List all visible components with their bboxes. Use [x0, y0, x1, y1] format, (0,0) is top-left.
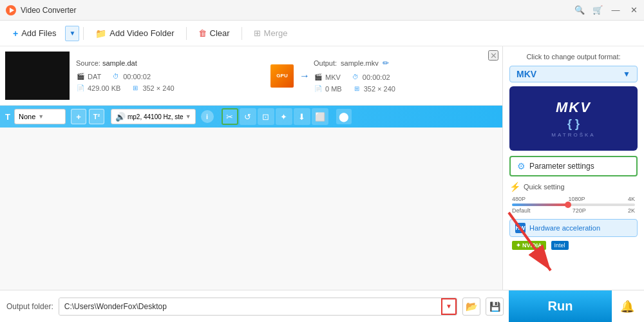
add-files-button[interactable]: + Add Files — [5, 24, 64, 43]
audio-select[interactable]: 🔊 mp2, 44100 Hz, ste ▼ — [111, 109, 196, 124]
right-arrow-icon: → — [299, 70, 310, 82]
watermark-button[interactable]: ⬇ — [294, 108, 310, 125]
hw-acceleration-button[interactable]: HW Hardware acceleration — [509, 219, 638, 237]
edit-filename-icon[interactable]: ✏ — [383, 59, 389, 68]
source-filename: sample.dat — [102, 59, 137, 67]
minimize-button[interactable]: — — [611, 5, 621, 15]
more-settings-button[interactable]: ⬤ — [336, 109, 352, 124]
quality-label-default: Default — [512, 207, 531, 214]
add-subtitle-button[interactable]: + — [71, 109, 86, 124]
quick-setting-text: Quick setting — [524, 183, 565, 191]
main-wrapper: Source: sample.dat 🎬 DAT ⏱ 00:00:02 — [0, 46, 644, 290]
res-icon: ⊞ — [131, 84, 140, 93]
file-info: Source: sample.dat 🎬 DAT ⏱ 00:00:02 — [76, 52, 260, 100]
output-filename: sample.mkv — [341, 59, 379, 67]
cart-icon[interactable]: 🛒 — [592, 5, 603, 15]
output-header: Output: sample.mkv ✏ — [314, 59, 497, 68]
edit-toolbar: T None ▼ + T² 🔊 mp2, 44100 Hz, ste ▼ i ✂… — [0, 106, 502, 128]
output-resolution: ⊞ 352 × 240 — [352, 84, 395, 93]
mkv-logo: MKV { } MATROŠKA — [551, 99, 595, 138]
file-thumbnail — [5, 52, 70, 100]
trim-button[interactable]: ✂ — [222, 108, 238, 125]
subtitle-icon: T — [5, 112, 10, 122]
info-button[interactable]: i — [201, 110, 214, 123]
merge-label: Merge — [264, 28, 288, 38]
conversion-arrow: GPU → — [260, 52, 305, 100]
output-format: 🎬 MKV — [314, 73, 341, 82]
param-settings-label: Parameter settings — [529, 162, 594, 171]
output-path-dropdown-button[interactable]: ▼ — [441, 298, 457, 315]
subtitle-edit-button[interactable]: ⬜ — [312, 108, 328, 125]
file-icon: 📄 — [76, 84, 85, 93]
hw-accel-label: Hardware acceleration — [529, 224, 600, 232]
trash-icon: 🗑 — [198, 28, 207, 38]
search-icon[interactable]: 🔍 — [574, 5, 585, 15]
right-panel: Click to change output format: MKV ▼ MKV… — [502, 46, 644, 290]
clear-button[interactable]: 🗑 Clear — [191, 24, 238, 43]
output-format-icon: 🎬 — [314, 73, 323, 82]
source-duration: ⏱ 00:00:02 — [111, 72, 151, 81]
file-output: Output: sample.mkv ✏ 🎬 MKV ⏱ 00:00:02 — [314, 52, 497, 100]
file-area: Source: sample.dat 🎬 DAT ⏱ 00:00:02 — [0, 46, 502, 290]
effect-button[interactable]: ✦ — [276, 108, 292, 125]
remove-file-button[interactable]: ✕ — [488, 50, 498, 61]
merge-icon: ⊞ — [254, 28, 261, 38]
nvidia-label: NVIDIA — [522, 242, 542, 249]
quality-slider-area: 480P 1080P 4K Default 720P 2K — [509, 196, 638, 214]
rotate-button[interactable]: ↺ — [240, 108, 256, 125]
hw-icon: HW — [515, 223, 526, 233]
browse-folder-button[interactable]: 📂 — [462, 298, 480, 316]
merge-button[interactable]: ⊞ Merge — [246, 24, 296, 43]
add-files-label: Add Files — [21, 28, 56, 38]
clear-label: Clear — [210, 28, 230, 38]
main-content: Source: sample.dat 🎬 DAT ⏱ 00:00:02 — [0, 46, 644, 290]
param-settings-button[interactable]: ⚙ Parameter settings — [509, 156, 638, 176]
audio-icon: 🔊 — [115, 112, 126, 122]
intel-label: Intel — [554, 242, 565, 249]
output-file-icon: 📄 — [314, 84, 323, 93]
gpu-indicator: GPU — [270, 64, 294, 88]
add-files-dropdown[interactable]: ▼ — [65, 26, 79, 41]
source-size: 📄 429.00 KB — [76, 84, 120, 93]
output-folder-label: Output folder: — [6, 302, 53, 311]
output-meta-2: 📄 0 MB ⊞ 352 × 240 — [314, 84, 497, 93]
plus-icon: + — [13, 28, 18, 39]
format-dropdown-arrow: ▼ — [623, 70, 630, 79]
format-selector[interactable]: MKV ▼ — [509, 66, 638, 82]
subtitle-select[interactable]: None ▼ — [14, 109, 66, 124]
add-folder-button[interactable]: 📁 Add Video Folder — [88, 24, 182, 43]
output-meta: 🎬 MKV ⏱ 00:00:02 — [314, 73, 497, 82]
source-format: 🎬 DAT — [76, 72, 101, 81]
window-controls: 🔍 🛒 — ✕ — [574, 5, 639, 15]
close-button[interactable]: ✕ — [629, 5, 639, 15]
intel-badge: Intel — [551, 241, 569, 250]
alarm-button[interactable]: 🔔 — [617, 296, 638, 317]
file-area-empty — [0, 128, 502, 290]
subtitle-settings-button[interactable]: T² — [89, 109, 104, 124]
gpu-badges-row: ✦ NVIDIA Intel — [509, 241, 638, 250]
subtitle-value: None — [19, 113, 35, 120]
format-name: MKV — [516, 69, 536, 79]
output-size: 📄 0 MB — [314, 84, 342, 93]
run-button[interactable]: Run — [509, 290, 612, 323]
quality-label-480p: 480P — [512, 196, 526, 202]
quick-setting-label: ⚡ Quick setting — [509, 182, 638, 192]
mkv-text: MKV — [556, 99, 591, 116]
edit-tools-group: ✂ ↺ ⊡ ✦ ⬇ ⬜ — [222, 108, 328, 125]
settings-icon: ⚙ — [517, 161, 526, 171]
save-settings-button[interactable]: 💾 — [486, 298, 504, 316]
toolbar-separator-3 — [242, 27, 242, 40]
quality-label-2k: 2K — [628, 207, 635, 214]
add-folder-label: Add Video Folder — [109, 28, 174, 38]
crop-button[interactable]: ⊡ — [258, 108, 274, 125]
app-logo — [5, 5, 17, 16]
quality-labels-bottom: Default 720P 2K — [512, 207, 635, 214]
output-res-icon: ⊞ — [352, 84, 361, 93]
mkv-braces: { } — [567, 117, 580, 131]
file-row: Source: sample.dat 🎬 DAT ⏱ 00:00:02 — [0, 46, 502, 106]
output-path-input[interactable] — [59, 298, 441, 315]
source-meta-2: 📄 429.00 KB ⊞ 352 × 240 — [76, 84, 260, 93]
nvidia-logo: ✦ — [516, 242, 521, 249]
quality-track[interactable] — [512, 204, 635, 206]
toolbar-separator-1 — [83, 27, 84, 40]
